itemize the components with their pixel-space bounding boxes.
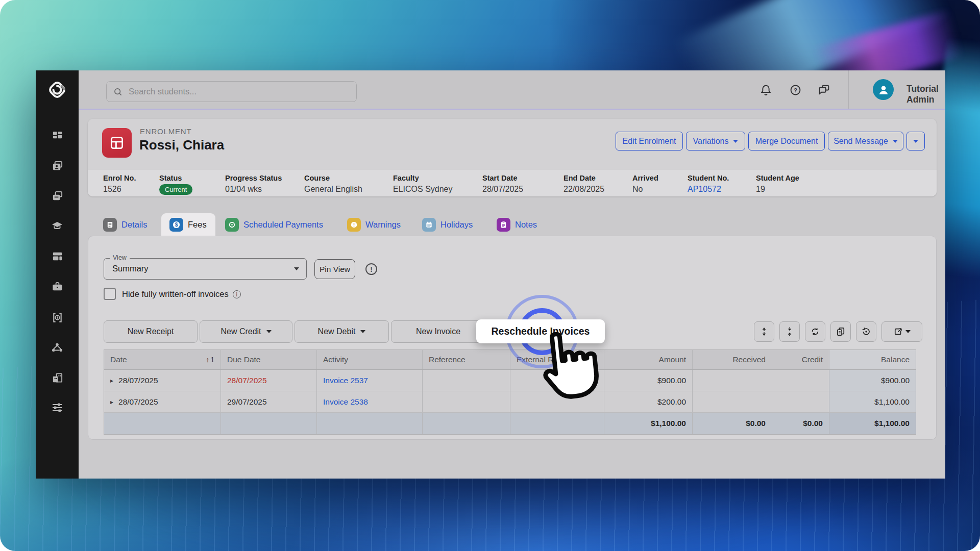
field-student-no: Student No. AP10572: [688, 174, 729, 194]
user-name[interactable]: Tutorial Admin: [906, 84, 945, 105]
user-avatar[interactable]: [873, 79, 894, 100]
new-credit-label: New Credit: [220, 327, 261, 336]
col-header-date[interactable]: Date ↑1: [104, 350, 221, 369]
app-window: ? Tutorial Admin: [36, 70, 945, 479]
search-input[interactable]: [128, 86, 350, 97]
sort-indicator: ↑1: [206, 356, 214, 364]
table-header-row: Date ↑1 Due Date Activity Reference Exte…: [104, 350, 916, 370]
search-icon: [113, 87, 123, 97]
messages-button[interactable]: [816, 82, 832, 98]
tab-notes-label: Notes: [515, 220, 537, 230]
expand-all-rows-button[interactable]: [754, 321, 774, 342]
col-header-balance[interactable]: Balance: [829, 350, 916, 369]
sidebar-item-courses[interactable]: [47, 216, 67, 236]
sidebar-item-dashboard[interactable]: [47, 126, 67, 146]
col-header-due-date[interactable]: Due Date: [221, 350, 317, 369]
row-expander[interactable]: ▸: [110, 377, 113, 384]
hide-written-off-checkbox[interactable]: [104, 288, 116, 300]
field-end-date: End Date22/08/2025: [564, 174, 604, 194]
fees-tab-icon: $: [169, 218, 183, 232]
merge-document-button[interactable]: Merge Document: [748, 132, 825, 151]
chevron-down-icon: [360, 330, 365, 333]
history-button[interactable]: [856, 321, 876, 342]
field-student-age: Student Age19: [756, 174, 799, 194]
sidebar-item-network[interactable]: [47, 337, 67, 358]
sidebar-item-classes[interactable]: [47, 246, 67, 266]
collapse-all-rows-button[interactable]: [779, 321, 800, 342]
new-receipt-button[interactable]: New Receipt: [104, 320, 198, 343]
cell-activity: Invoice 2537: [317, 370, 423, 391]
app-logo[interactable]: [44, 77, 70, 103]
field-progress-status: Progress Status01/04 wks: [225, 174, 282, 194]
tab-holidays-label: Holidays: [440, 220, 473, 230]
field-start-date: Start Date28/07/2025: [482, 174, 523, 194]
student-no-link[interactable]: AP10572: [688, 185, 729, 194]
col-header-activity[interactable]: Activity: [317, 350, 423, 369]
sidebar-item-enrolments[interactable]: [47, 186, 67, 206]
sliders-icon: [51, 402, 63, 414]
copy-icon: [836, 327, 846, 337]
briefcase-icon: [52, 281, 63, 292]
tab-warnings[interactable]: Warnings: [347, 213, 401, 236]
col-header-reference[interactable]: Reference: [423, 350, 510, 369]
more-actions-button[interactable]: [906, 132, 925, 151]
cell-activity: Invoice 2538: [317, 391, 423, 412]
col-header-amount[interactable]: Amount: [604, 350, 693, 369]
cell-due-date: 29/07/2025: [221, 391, 317, 412]
col-header-received[interactable]: Received: [693, 350, 772, 369]
sidebar-item-agents[interactable]: [47, 276, 67, 296]
new-credit-button[interactable]: New Credit: [200, 320, 292, 343]
hide-written-off-label: Hide fully written-off invoices i: [122, 289, 241, 299]
row-expander[interactable]: ▸: [110, 398, 113, 406]
edit-enrolment-button[interactable]: Edit Enrolment: [616, 132, 683, 151]
refresh-button[interactable]: [805, 321, 825, 342]
copy-button[interactable]: [830, 321, 851, 342]
sidebar-item-contacts[interactable]: [47, 156, 67, 176]
notifications-button[interactable]: [757, 82, 774, 98]
enrolment-type-icon: [102, 128, 132, 158]
cell-amount: $200.00: [604, 391, 693, 412]
totals-reference: [423, 413, 510, 434]
tab-details[interactable]: Details: [103, 213, 147, 236]
chevron-down-icon: [905, 330, 911, 333]
cell-balance: $900.00: [829, 370, 916, 391]
cell-balance: $1,100.00: [829, 391, 916, 412]
new-invoice-button[interactable]: New Invoice: [391, 320, 485, 343]
status-badge: Current: [159, 184, 192, 195]
invoice-link[interactable]: Invoice 2538: [323, 397, 368, 407]
tab-holidays[interactable]: Holidays: [422, 213, 473, 236]
view-select[interactable]: View Summary: [104, 258, 307, 280]
chevron-down-icon: [893, 140, 898, 143]
app-sidebar: [36, 70, 79, 479]
enrolment-card: ENROLMENT Rossi, Chiara Edit Enrolment V…: [88, 119, 937, 196]
field-enrol-no: Enrol No.1526: [103, 174, 136, 194]
tab-notes[interactable]: Notes: [497, 213, 537, 236]
help-button[interactable]: ?: [787, 82, 803, 98]
cell-due-date: 28/07/2025: [221, 370, 317, 391]
table-row: ▸28/07/2025 28/07/2025 Invoice 2537 $900…: [104, 370, 916, 391]
view-select-value: Summary: [112, 264, 149, 273]
notes-tab-icon: [497, 218, 510, 232]
view-warning-icon[interactable]: !: [365, 263, 377, 275]
desktop: ? Tutorial Admin: [0, 0, 980, 551]
new-debit-button[interactable]: New Debit: [295, 320, 389, 343]
cell-reference: [423, 370, 510, 391]
refresh-icon: [810, 327, 820, 337]
export-button[interactable]: [881, 321, 922, 342]
warnings-tab-icon: [347, 218, 361, 232]
sidebar-item-settings[interactable]: [47, 397, 67, 418]
new-receipt-label: New Receipt: [128, 327, 174, 336]
tab-fees-active[interactable]: $ Fees: [169, 213, 207, 236]
send-message-button[interactable]: Send Message: [828, 132, 903, 151]
variations-button[interactable]: Variations: [686, 132, 745, 151]
scheduled-payments-tab-icon: [225, 218, 239, 232]
sidebar-item-organisations[interactable]: [47, 367, 67, 388]
sidebar-item-finance[interactable]: [47, 307, 67, 328]
col-header-credit[interactable]: Credit: [772, 350, 829, 369]
enrolment-kicker: ENROLMENT: [140, 127, 191, 136]
chevron-down-icon: [266, 330, 272, 333]
pin-view-button[interactable]: Pin View: [314, 259, 355, 279]
invoice-link[interactable]: Invoice 2537: [323, 376, 368, 385]
info-icon[interactable]: i: [233, 290, 241, 298]
tab-scheduled-payments[interactable]: Scheduled Payments: [225, 213, 323, 236]
